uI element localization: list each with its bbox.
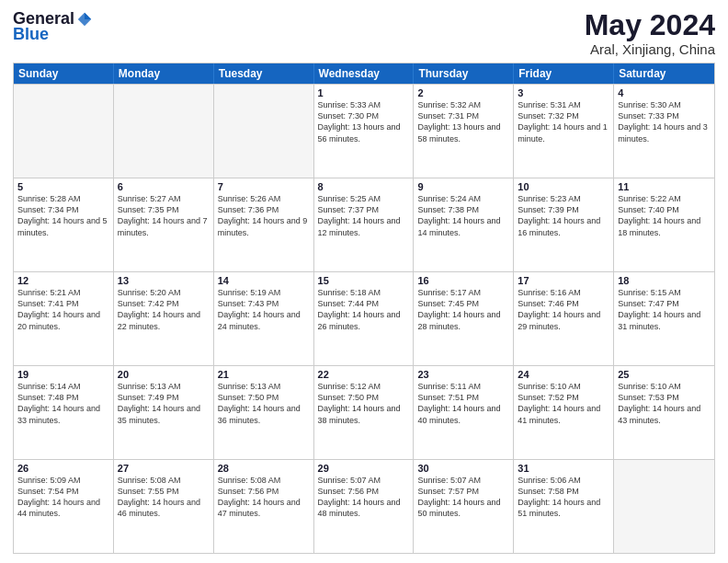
cal-cell: 1Sunrise: 5:33 AMSunset: 7:30 PMDaylight… [314,85,415,178]
header-sunday: Sunday [14,63,114,84]
cal-cell: 15Sunrise: 5:18 AMSunset: 7:44 PMDayligh… [314,272,415,365]
calendar-header: Sunday Monday Tuesday Wednesday Thursday… [14,63,714,84]
cell-info: Sunrise: 5:07 AMSunset: 7:56 PMDaylight:… [318,475,410,520]
day-number: 21 [218,369,310,380]
cal-cell: 4Sunrise: 5:30 AMSunset: 7:33 PMDaylight… [614,85,714,178]
cell-info: Sunrise: 5:23 AMSunset: 7:39 PMDaylight:… [518,193,609,238]
cal-cell: 8Sunrise: 5:25 AMSunset: 7:37 PMDaylight… [314,178,415,271]
logo-icon [76,11,93,28]
header: General Blue May 2024 Aral, Xinjiang, Ch… [13,9,715,57]
calendar-row-0: 1Sunrise: 5:33 AMSunset: 7:30 PMDaylight… [14,84,714,178]
cell-info: Sunrise: 5:21 AMSunset: 7:41 PMDaylight:… [17,287,109,332]
header-tuesday: Tuesday [214,63,314,84]
cal-cell: 10Sunrise: 5:23 AMSunset: 7:39 PMDayligh… [514,178,614,271]
day-number: 20 [118,369,210,380]
day-number: 17 [518,275,609,286]
calendar: Sunday Monday Tuesday Wednesday Thursday… [13,63,715,554]
day-number: 30 [417,463,509,474]
cell-info: Sunrise: 5:08 AMSunset: 7:55 PMDaylight:… [118,475,210,520]
cell-info: Sunrise: 5:30 AMSunset: 7:33 PMDaylight:… [618,99,711,144]
day-number: 3 [518,87,609,98]
cell-info: Sunrise: 5:22 AMSunset: 7:40 PMDaylight:… [618,193,711,238]
cal-cell: 18Sunrise: 5:15 AMSunset: 7:47 PMDayligh… [614,272,714,365]
day-number: 23 [417,369,509,380]
cal-cell: 24Sunrise: 5:10 AMSunset: 7:52 PMDayligh… [514,366,614,459]
cal-cell [614,460,714,553]
cell-info: Sunrise: 5:17 AMSunset: 7:45 PMDaylight:… [417,287,509,332]
cell-info: Sunrise: 5:10 AMSunset: 7:53 PMDaylight:… [618,381,711,426]
cal-cell: 17Sunrise: 5:16 AMSunset: 7:46 PMDayligh… [514,272,614,365]
day-number: 19 [17,369,109,380]
cell-info: Sunrise: 5:26 AMSunset: 7:36 PMDaylight:… [218,193,310,238]
day-number: 18 [618,275,711,286]
day-number: 13 [118,275,210,286]
cal-cell: 27Sunrise: 5:08 AMSunset: 7:55 PMDayligh… [114,460,214,553]
cal-cell: 2Sunrise: 5:32 AMSunset: 7:31 PMDaylight… [414,85,514,178]
cell-info: Sunrise: 5:06 AMSunset: 7:58 PMDaylight:… [518,475,609,520]
cal-cell: 5Sunrise: 5:28 AMSunset: 7:34 PMDaylight… [14,178,114,271]
cal-cell: 16Sunrise: 5:17 AMSunset: 7:45 PMDayligh… [414,272,514,365]
cal-cell: 3Sunrise: 5:31 AMSunset: 7:32 PMDaylight… [514,85,614,178]
cell-info: Sunrise: 5:31 AMSunset: 7:32 PMDaylight:… [518,99,609,144]
day-number: 9 [417,181,509,192]
cal-cell: 14Sunrise: 5:19 AMSunset: 7:43 PMDayligh… [214,272,314,365]
cal-cell [114,85,214,178]
day-number: 29 [318,463,410,474]
header-friday: Friday [514,63,614,84]
cal-cell: 6Sunrise: 5:27 AMSunset: 7:35 PMDaylight… [114,178,214,271]
cell-info: Sunrise: 5:15 AMSunset: 7:47 PMDaylight:… [618,287,711,332]
location: Aral, Xinjiang, China [585,41,715,57]
day-number: 7 [218,181,310,192]
day-number: 22 [318,369,410,380]
day-number: 14 [218,275,310,286]
day-number: 24 [518,369,609,380]
cal-cell: 13Sunrise: 5:20 AMSunset: 7:42 PMDayligh… [114,272,214,365]
day-number: 27 [118,463,210,474]
cell-info: Sunrise: 5:11 AMSunset: 7:51 PMDaylight:… [417,381,509,426]
calendar-row-1: 5Sunrise: 5:28 AMSunset: 7:34 PMDaylight… [14,178,714,271]
day-number: 8 [318,181,410,192]
cal-cell: 26Sunrise: 5:09 AMSunset: 7:54 PMDayligh… [14,460,114,553]
cell-info: Sunrise: 5:16 AMSunset: 7:46 PMDaylight:… [518,287,609,332]
cell-info: Sunrise: 5:25 AMSunset: 7:37 PMDaylight:… [318,193,410,238]
day-number: 25 [618,369,711,380]
cal-cell: 11Sunrise: 5:22 AMSunset: 7:40 PMDayligh… [614,178,714,271]
day-number: 31 [518,463,609,474]
day-number: 4 [618,87,711,98]
cal-cell: 28Sunrise: 5:08 AMSunset: 7:56 PMDayligh… [214,460,314,553]
cal-cell: 20Sunrise: 5:13 AMSunset: 7:49 PMDayligh… [114,366,214,459]
cell-info: Sunrise: 5:19 AMSunset: 7:43 PMDaylight:… [218,287,310,332]
header-wednesday: Wednesday [314,63,415,84]
cell-info: Sunrise: 5:13 AMSunset: 7:50 PMDaylight:… [218,381,310,426]
cell-info: Sunrise: 5:32 AMSunset: 7:31 PMDaylight:… [417,99,509,144]
cell-info: Sunrise: 5:28 AMSunset: 7:34 PMDaylight:… [17,193,109,238]
logo-blue: Blue [13,25,49,43]
header-thursday: Thursday [414,63,514,84]
cal-cell: 29Sunrise: 5:07 AMSunset: 7:56 PMDayligh… [314,460,415,553]
day-number: 11 [618,181,711,192]
calendar-row-4: 26Sunrise: 5:09 AMSunset: 7:54 PMDayligh… [14,459,714,553]
cal-cell: 21Sunrise: 5:13 AMSunset: 7:50 PMDayligh… [214,366,314,459]
cell-info: Sunrise: 5:33 AMSunset: 7:30 PMDaylight:… [318,99,410,144]
header-monday: Monday [114,63,214,84]
cell-info: Sunrise: 5:24 AMSunset: 7:38 PMDaylight:… [417,193,509,238]
cal-cell: 25Sunrise: 5:10 AMSunset: 7:53 PMDayligh… [614,366,714,459]
cell-info: Sunrise: 5:09 AMSunset: 7:54 PMDaylight:… [17,475,109,520]
cell-info: Sunrise: 5:27 AMSunset: 7:35 PMDaylight:… [118,193,210,238]
cal-cell: 12Sunrise: 5:21 AMSunset: 7:41 PMDayligh… [14,272,114,365]
cell-info: Sunrise: 5:08 AMSunset: 7:56 PMDaylight:… [218,475,310,520]
title-area: May 2024 Aral, Xinjiang, China [585,9,715,57]
cal-cell: 23Sunrise: 5:11 AMSunset: 7:51 PMDayligh… [414,366,514,459]
month-title: May 2024 [585,9,715,41]
cal-cell: 30Sunrise: 5:07 AMSunset: 7:57 PMDayligh… [414,460,514,553]
day-number: 15 [318,275,410,286]
cal-cell: 19Sunrise: 5:14 AMSunset: 7:48 PMDayligh… [14,366,114,459]
cell-info: Sunrise: 5:12 AMSunset: 7:50 PMDaylight:… [318,381,410,426]
cell-info: Sunrise: 5:10 AMSunset: 7:52 PMDaylight:… [518,381,609,426]
day-number: 10 [518,181,609,192]
day-number: 26 [17,463,109,474]
cal-cell: 7Sunrise: 5:26 AMSunset: 7:36 PMDaylight… [214,178,314,271]
cal-cell: 22Sunrise: 5:12 AMSunset: 7:50 PMDayligh… [314,366,415,459]
cell-info: Sunrise: 5:13 AMSunset: 7:49 PMDaylight:… [118,381,210,426]
calendar-row-2: 12Sunrise: 5:21 AMSunset: 7:41 PMDayligh… [14,271,714,365]
